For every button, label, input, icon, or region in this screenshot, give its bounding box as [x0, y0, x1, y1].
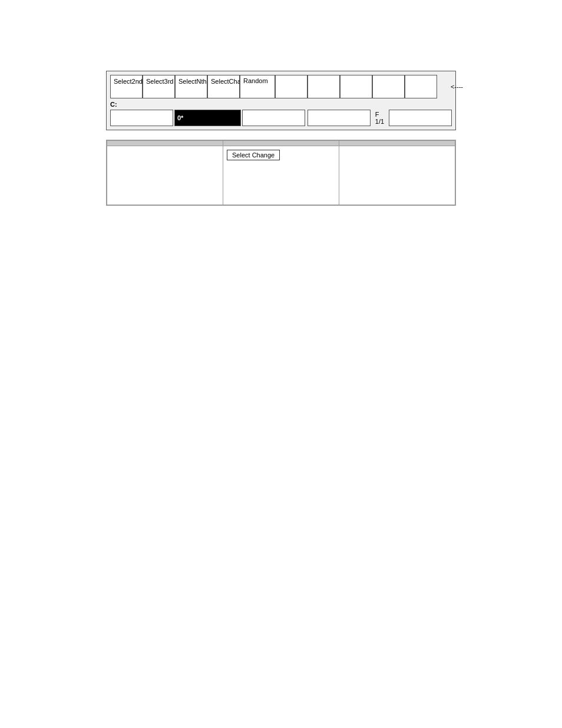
select-2nd-button[interactable]: Select 2nd — [110, 75, 143, 98]
table-header-col2 — [223, 141, 339, 146]
c-label: C: — [110, 101, 452, 108]
empty-btn-3[interactable] — [340, 75, 372, 98]
toolbar-arrow: <---- — [437, 75, 467, 98]
empty-btn-2[interactable] — [308, 75, 340, 98]
data-table: Select Change — [107, 140, 455, 205]
toolbar-panel: Select 2nd Select 3rd Select Nth Select … — [106, 71, 456, 130]
select-3rd-button[interactable]: Select 3rd — [143, 75, 175, 98]
empty-btn-5[interactable] — [405, 75, 437, 98]
empty-btn-1[interactable] — [275, 75, 308, 98]
toolbar-input-1[interactable] — [110, 110, 173, 126]
f-label-wrapper: F 1/1 — [372, 111, 388, 125]
table-row: Select Change — [107, 146, 455, 205]
empty-btn-4[interactable] — [372, 75, 405, 98]
toolbar-input-4[interactable] — [308, 110, 371, 126]
toolbar-input-5[interactable] — [389, 110, 452, 126]
toolbar-c-section: C: F 1/1 — [110, 101, 452, 126]
data-table-container: Select Change — [106, 140, 456, 206]
table-cell-col3 — [339, 146, 455, 205]
select-nth-button[interactable]: Select Nth — [175, 75, 207, 98]
toolbar-input-3[interactable] — [242, 110, 305, 126]
main-container: Select 2nd Select 3rd Select Nth Select … — [0, 0, 562, 206]
table-cell-col2: Select Change — [223, 146, 339, 205]
f-label: F 1/1 — [372, 111, 388, 125]
toolbar-inputs-row: F 1/1 — [110, 110, 452, 126]
table-header-col1 — [107, 141, 223, 146]
toolbar-input-2[interactable] — [174, 110, 241, 126]
random-button[interactable]: Random — [240, 75, 275, 98]
table-select-change-button[interactable]: Select Change — [227, 150, 280, 160]
select-change-button[interactable]: Select Change — [207, 75, 240, 98]
table-header-row — [107, 141, 455, 146]
toolbar-top-row: Select 2nd Select 3rd Select Nth Select … — [110, 75, 452, 98]
table-header-col3 — [339, 141, 455, 146]
table-cell-col1 — [107, 146, 223, 205]
